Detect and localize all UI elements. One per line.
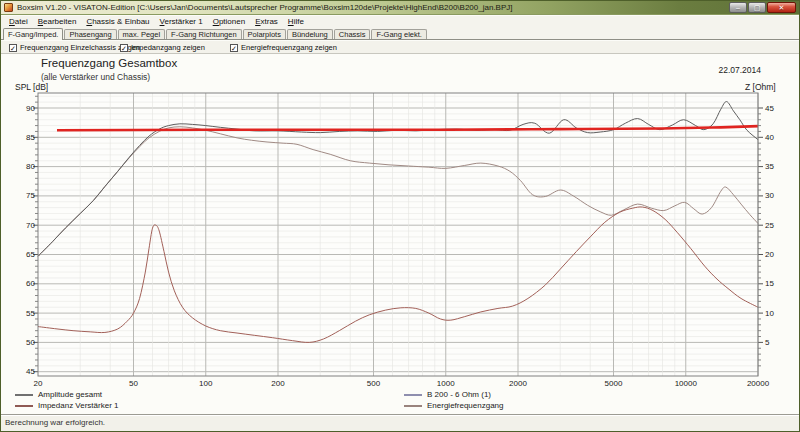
y-left-tick-label: 65 (11, 250, 35, 259)
y-left-tick-label: 75 (11, 191, 35, 200)
x-tick-label: 200 (260, 379, 296, 388)
y-right-tick-label: 15 (765, 279, 789, 288)
frequency-response-plot (38, 93, 758, 376)
x-tick-label: 20 (20, 379, 56, 388)
y-right-axis-label: Z [Ohm] (745, 82, 776, 92)
legend-label: B 200 - 6 Ohm (1) (427, 390, 491, 399)
y-left-tick-label: 85 (11, 133, 35, 142)
chart-title: Frequenzgang Gesamtbox (41, 57, 177, 69)
chart-subtitle: (alle Verstärker und Chassis) (41, 72, 150, 82)
x-tick-label: 2000 (500, 379, 536, 388)
x-tick-label: 5000 (596, 379, 632, 388)
legend-swatch (15, 394, 33, 396)
y-right-tick-label: 10 (765, 309, 789, 318)
y-left-axis-label: SPL [dB] (15, 82, 48, 92)
x-tick-label: 50 (116, 379, 152, 388)
y-left-tick-label: 90 (11, 104, 35, 113)
legend-label: Amplitude gesamt (38, 390, 102, 399)
x-tick-label: 1000 (428, 379, 464, 388)
status-bar: Berechnung war erfolgreich. (1, 414, 799, 431)
y-left-tick-label: 80 (11, 162, 35, 171)
legend-swatch (404, 405, 422, 407)
x-tick-label: 500 (356, 379, 392, 388)
legend-swatch (404, 394, 422, 396)
status-text: Berechnung war erfolgreich. (5, 418, 105, 427)
legend-item-b-200-6-ohm-1: B 200 - 6 Ohm (1) (404, 389, 504, 400)
legend-swatch (15, 405, 33, 407)
tab-f-gang-imped[interactable]: F-Gang/Imped. (3, 28, 63, 40)
y-left-tick-label: 55 (11, 309, 35, 318)
legend-column-2: B 200 - 6 Ohm (1)Energiefrequenzgang (404, 389, 504, 411)
y-right-tick-label: 30 (765, 191, 789, 200)
x-tick-label: 20000 (740, 379, 776, 388)
y-left-tick-label: 45 (11, 367, 35, 376)
y-right-tick-label: 20 (765, 250, 789, 259)
x-tick-label: 10000 (668, 379, 704, 388)
y-left-tick-label: 70 (11, 221, 35, 230)
legend-item-energiefrequenzgang: Energiefrequenzgang (404, 400, 504, 411)
y-right-tick-label: 35 (765, 162, 789, 171)
boxsim-window: Boxsim V1.20 - VISATON-Edition [C:\Users… (0, 0, 800, 432)
legend-label: Energiefrequenzgang (427, 401, 504, 410)
y-right-tick-label: 40 (765, 133, 789, 142)
legend-column-1: Amplitude gesamtImpedanz Verstärker 1 (15, 389, 118, 411)
y-left-tick-label: 60 (11, 279, 35, 288)
legend-item-impedanz-verst-rker-1: Impedanz Verstärker 1 (15, 400, 118, 411)
legend-item-amplitude-gesamt: Amplitude gesamt (15, 389, 118, 400)
legend-label: Impedanz Verstärker 1 (38, 401, 118, 410)
y-right-tick-label: 5 (765, 338, 789, 347)
y-right-tick-label: 45 (765, 104, 789, 113)
y-left-tick-label: 50 (11, 338, 35, 347)
chart-layer: Frequenzgang Gesamtbox (alle Verstärker … (1, 1, 800, 415)
y-right-tick-label: 25 (765, 221, 789, 230)
x-tick-label: 100 (188, 379, 224, 388)
chart-date: 22.07.2014 (718, 65, 761, 75)
